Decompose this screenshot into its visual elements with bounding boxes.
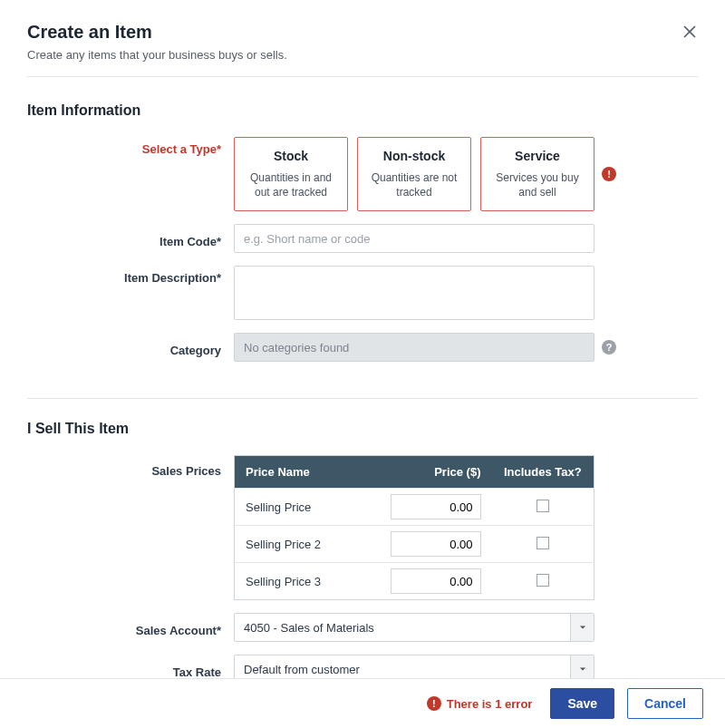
chevron-down-icon bbox=[570, 655, 594, 678]
type-card-desc: Services you buy and sell bbox=[490, 170, 585, 199]
close-icon[interactable] bbox=[682, 24, 698, 40]
price-input[interactable] bbox=[391, 568, 481, 594]
row-sales-account: Sales Account* 4050 - Sales of Materials bbox=[27, 613, 698, 642]
sales-account-value: 4050 - Sales of Materials bbox=[235, 614, 570, 641]
label-tax-rate: Tax Rate bbox=[27, 660, 234, 678]
type-card-title: Non-stock bbox=[367, 149, 461, 163]
label-category: Category bbox=[27, 338, 234, 357]
row-item-code: Item Code* bbox=[27, 224, 698, 253]
category-field: No categories found bbox=[234, 333, 594, 362]
type-card-service[interactable]: Service Services you buy and sell bbox=[480, 137, 594, 211]
tax-rate-select[interactable]: Default from customer bbox=[234, 655, 594, 678]
price-input[interactable] bbox=[391, 531, 481, 557]
modal-title: Create an Item bbox=[27, 22, 698, 43]
includes-tax-checkbox[interactable] bbox=[536, 500, 549, 512]
type-card-title: Stock bbox=[244, 149, 338, 163]
col-includes-tax: Includes Tax? bbox=[492, 456, 594, 489]
row-item-description: Item Description* bbox=[27, 266, 698, 320]
price-name-cell: Selling Price bbox=[235, 489, 380, 526]
item-description-input[interactable] bbox=[234, 266, 594, 320]
row-tax-rate: Tax Rate Default from customer bbox=[27, 655, 698, 678]
table-row: Selling Price 2 bbox=[235, 526, 594, 563]
type-card-desc: Quantities in and out are tracked bbox=[244, 170, 338, 199]
table-row: Selling Price 3 bbox=[235, 563, 594, 600]
includes-tax-checkbox[interactable] bbox=[536, 537, 549, 549]
modal-scroll-area[interactable]: Create an Item Create any items that you… bbox=[0, 0, 725, 678]
type-field: Stock Quantities in and out are tracked … bbox=[234, 137, 698, 211]
label-select-type: Select a Type* bbox=[27, 137, 234, 156]
row-select-type: Select a Type* Stock Quantities in and o… bbox=[27, 137, 698, 211]
sales-price-table: Price Name Price ($) Includes Tax? Selli… bbox=[234, 455, 594, 600]
error-icon: ! bbox=[602, 167, 616, 181]
label-item-description: Item Description* bbox=[27, 266, 234, 285]
modal-footer: ! There is 1 error Save Cancel bbox=[0, 678, 725, 728]
divider bbox=[27, 398, 698, 399]
price-name-cell: Selling Price 3 bbox=[235, 563, 380, 600]
type-card-stock[interactable]: Stock Quantities in and out are tracked bbox=[234, 137, 348, 211]
footer-error: ! There is 1 error bbox=[427, 696, 533, 711]
type-card-title: Service bbox=[490, 149, 585, 163]
row-sales-prices: Sales Prices Price Name Price ($) Includ… bbox=[27, 455, 698, 600]
label-sales-prices: Sales Prices bbox=[27, 455, 234, 478]
table-row: Selling Price bbox=[235, 489, 594, 526]
section-heading-item-info: Item Information bbox=[27, 102, 698, 119]
modal-header: Create an Item Create any items that you… bbox=[27, 22, 698, 77]
label-item-code: Item Code* bbox=[27, 229, 234, 248]
price-input[interactable] bbox=[391, 494, 481, 519]
tax-rate-value: Default from customer bbox=[235, 655, 570, 678]
cancel-button[interactable]: Cancel bbox=[627, 688, 703, 719]
type-card-nonstock[interactable]: Non-stock Quantities are not tracked bbox=[357, 137, 471, 211]
col-price-name: Price Name bbox=[235, 456, 380, 489]
modal-subtitle: Create any items that your business buys… bbox=[27, 48, 698, 62]
col-price: Price ($) bbox=[380, 456, 492, 489]
chevron-down-icon bbox=[570, 614, 594, 641]
save-button[interactable]: Save bbox=[550, 688, 614, 719]
error-icon: ! bbox=[427, 696, 441, 711]
category-value: No categories found bbox=[244, 341, 349, 354]
includes-tax-checkbox[interactable] bbox=[536, 574, 549, 587]
help-icon[interactable]: ? bbox=[602, 340, 616, 354]
section-heading-sell: I Sell This Item bbox=[27, 421, 698, 437]
item-code-input[interactable] bbox=[234, 224, 594, 253]
label-sales-account: Sales Account* bbox=[27, 618, 234, 637]
create-item-modal: Create an Item Create any items that you… bbox=[0, 0, 725, 728]
price-name-cell: Selling Price 2 bbox=[235, 526, 380, 563]
row-category: Category No categories found ? bbox=[27, 333, 698, 362]
sales-account-select[interactable]: 4050 - Sales of Materials bbox=[234, 613, 594, 642]
footer-error-text: There is 1 error bbox=[447, 697, 533, 711]
type-card-group: Stock Quantities in and out are tracked … bbox=[234, 137, 594, 211]
type-card-desc: Quantities are not tracked bbox=[367, 170, 461, 199]
